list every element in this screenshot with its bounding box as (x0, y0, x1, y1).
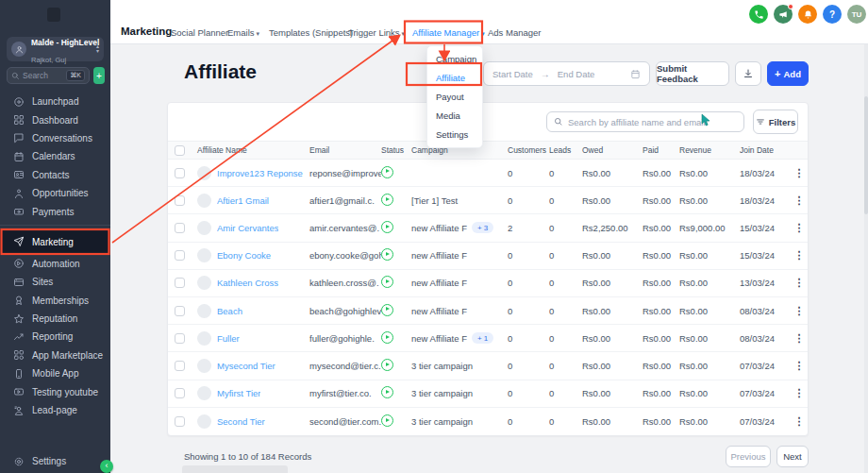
filters-button[interactable]: Filters (753, 110, 798, 134)
tab-ads-manager[interactable]: Ads Manager (488, 27, 542, 38)
sidebar-item-contacts[interactable]: Contacts (0, 166, 110, 184)
row-actions-menu[interactable]: ⋮ (789, 277, 810, 289)
mobile-app-icon (13, 368, 25, 380)
sidebar-item-lead-page[interactable]: Lead-page (0, 401, 110, 419)
dropdown-item-settings[interactable]: Settings (427, 126, 482, 144)
help-icon[interactable]: ? (823, 5, 842, 24)
affiliate-name-link[interactable]: Amir Cervantes (217, 223, 278, 233)
row-checkbox[interactable] (175, 250, 185, 261)
topbar: Marketing Social Planner Emails▾ Templat… (110, 0, 868, 44)
sidebar-item-memberships[interactable]: Memberships (0, 292, 110, 310)
row-actions-menu[interactable]: ⋮ (789, 249, 810, 262)
affiliate-name-link[interactable]: Beach (217, 306, 242, 316)
sidebar-item-launchpad[interactable]: Launchpad (0, 93, 110, 110)
header-icon-group: ? TU (749, 5, 866, 24)
launchpad-icon (13, 96, 25, 108)
avatar (197, 166, 211, 180)
affiliate-name-link[interactable]: Improve123 Reponse (217, 168, 303, 178)
affiliate-search[interactable] (546, 111, 744, 132)
row-checkbox[interactable] (175, 306, 185, 316)
sidebar-item-app-marketplace[interactable]: App Marketplace (0, 346, 110, 364)
row-checkbox[interactable] (175, 333, 185, 344)
tab-trigger-links[interactable]: Trigger Links▾ (348, 27, 405, 38)
sidebar-search[interactable]: ⌘K (7, 67, 90, 84)
row-checkbox[interactable] (175, 195, 185, 206)
sidebar-item-calendars[interactable]: Calendars (0, 147, 110, 165)
affiliate-name-link[interactable]: Fuller (217, 333, 240, 344)
sidebar-item-opportunities[interactable]: Opportunities (0, 184, 110, 202)
opportunities-icon (13, 188, 25, 199)
row-actions-menu[interactable]: ⋮ (789, 194, 810, 207)
sidebar-item-dashboard[interactable]: Dashboard (0, 110, 110, 128)
previous-page-button[interactable]: Previous (726, 446, 771, 467)
sidebar-search-input[interactable] (23, 71, 60, 80)
affiliate-name-link[interactable]: Mysecond Tier (217, 361, 275, 371)
sidebar-item-sites[interactable]: Sites (0, 273, 110, 291)
sidebar-item-settings[interactable]: Settings (0, 452, 110, 470)
affiliate-name-link[interactable]: Aftier1 Gmail (217, 195, 269, 206)
add-affiliate-button[interactable]: + Add (767, 61, 809, 86)
tab-emails[interactable]: Emails▾ (227, 27, 259, 38)
bell-icon[interactable] (798, 5, 817, 24)
row-actions-menu[interactable]: ⋮ (789, 415, 810, 428)
start-date-placeholder: Start Date (492, 69, 533, 79)
sidebar-item-conversations[interactable]: Conversations (0, 129, 110, 147)
row-actions-menu[interactable]: ⋮ (789, 360, 810, 372)
dropdown-item-payout[interactable]: Payout (427, 87, 482, 106)
download-icon (743, 68, 754, 79)
submit-feedback-button[interactable]: Submit Feedback (656, 61, 729, 86)
row-actions-menu[interactable]: ⋮ (789, 167, 810, 179)
row-actions-menu[interactable]: ⋮ (789, 387, 810, 399)
avatar (197, 386, 211, 400)
sidebar-item-payments[interactable]: Payments (0, 202, 110, 220)
dropdown-item-affiliate[interactable]: Affiliate (427, 68, 482, 87)
tab-templates-snippets[interactable]: Templates (Snippets) (269, 27, 353, 38)
affiliate-name-link[interactable]: Second Tier (217, 416, 265, 427)
download-button[interactable] (735, 61, 761, 86)
row-checkbox[interactable] (175, 361, 185, 371)
sidebar-item-reporting[interactable]: Reporting (0, 328, 110, 346)
row-actions-menu[interactable]: ⋮ (789, 305, 810, 317)
page-content: Affiliate Start Date → End Date Submit F… (110, 44, 868, 473)
phone-icon[interactable] (749, 5, 768, 24)
row-actions-menu[interactable]: ⋮ (789, 332, 810, 345)
row-actions-menu[interactable]: ⋮ (789, 222, 810, 234)
dropdown-item-media[interactable]: Media (427, 107, 482, 126)
sidebar-item-marketing[interactable]: Marketing (0, 229, 110, 255)
avatar (197, 276, 211, 290)
avatar (197, 331, 211, 346)
account-switch-chevrons-icon: ▴▾ (96, 44, 99, 55)
status-active-icon (381, 414, 393, 427)
dropdown-item-campaign[interactable]: Campaign (427, 49, 482, 68)
select-all-checkbox[interactable] (175, 145, 185, 156)
sidebar-item-reputation[interactable]: Reputation (0, 310, 110, 328)
sidebar-item-testing-youtube[interactable]: Testing youtube (0, 382, 110, 400)
user-avatar[interactable]: TU (847, 5, 866, 24)
affiliate-name-link[interactable]: Ebony Cooke (217, 250, 271, 261)
tab-affiliate-manager[interactable]: Affiliate Manager▾ (412, 27, 485, 38)
tab-social-planner[interactable]: Social Planner (171, 27, 228, 38)
date-range-picker[interactable]: Start Date → End Date (483, 61, 650, 86)
row-checkbox[interactable] (175, 278, 185, 288)
affiliate-name-link[interactable]: Myfirst Tier (217, 388, 260, 398)
sidebar-quick-add-button[interactable]: + (93, 67, 105, 84)
sidebar-item-automation[interactable]: Automation (0, 255, 110, 273)
row-checkbox[interactable] (175, 168, 185, 178)
account-name: Malde - HighLevel (31, 38, 99, 47)
row-checkbox[interactable] (175, 223, 185, 233)
account-switcher[interactable]: Malde - HighLevel Rajkot, Guj ▴▾ (7, 37, 104, 61)
col-owed: Owed (582, 145, 643, 155)
megaphone-icon[interactable] (774, 5, 793, 24)
affiliate-name-link[interactable]: Kathleen Cross (217, 278, 278, 288)
affiliate-search-input[interactable] (568, 117, 719, 127)
col-customers: Customers (508, 145, 549, 155)
vertical-scrollbar[interactable] (864, 44, 868, 473)
sidebar-item-mobile-app[interactable]: Mobile App (0, 364, 110, 382)
row-checkbox[interactable] (175, 416, 185, 427)
row-checkbox[interactable] (175, 388, 185, 398)
col-affiliate-name: Affiliate Name (191, 145, 309, 155)
payments-icon (13, 206, 25, 217)
sidebar-collapse-button[interactable]: ‹ (100, 460, 113, 473)
next-page-button[interactable]: Next (776, 446, 809, 467)
scrollbar-thumb[interactable] (864, 96, 868, 214)
